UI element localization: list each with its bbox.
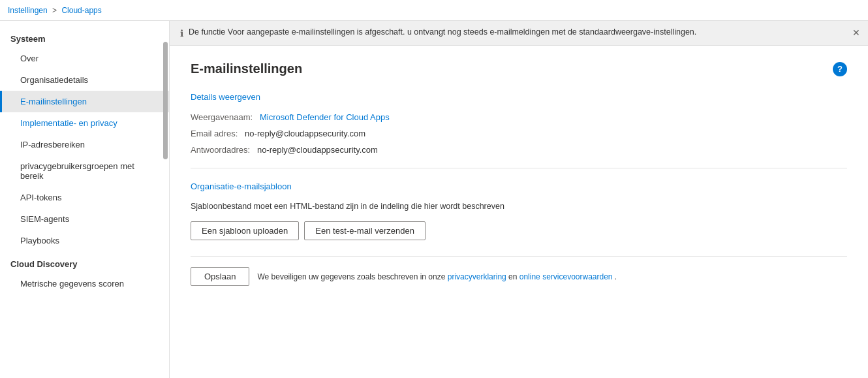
save-section: Opslaan We beveiligen uw gegevens zoals … bbox=[191, 256, 847, 286]
breadcrumb-instellingen[interactable]: Instellingen bbox=[8, 6, 48, 15]
sidebar-item-metrische-gegevens[interactable]: Metrische gegevens scoren bbox=[0, 273, 169, 294]
sidebar-item-api-tokens[interactable]: API-tokens bbox=[0, 187, 169, 208]
antwoordadres-value: no-reply@cloudappsecurity.com bbox=[257, 145, 378, 155]
help-icon[interactable]: ? bbox=[833, 62, 847, 76]
sidebar-item-privacygebruikersgroepen[interactable]: privacygebruikersgroepen met bereik bbox=[0, 155, 169, 187]
email-value: no-reply@cloudappsecurity.com bbox=[245, 129, 365, 138]
servicevoorwaarden-link[interactable]: online servicevoorwaarden bbox=[519, 272, 613, 281]
notice-banner: ℹ De functie Voor aangepaste e-mailinste… bbox=[170, 21, 868, 46]
org-email-desc-text: Sjabloonbestand moet een HTML-bestand zi… bbox=[191, 202, 504, 211]
test-email-button[interactable]: Een test-e-mail verzenden bbox=[304, 221, 426, 240]
save-info-text: We beveiligen uw gegevens zoals beschrev… bbox=[257, 272, 617, 281]
privacy-link[interactable]: privacyverklaring bbox=[448, 272, 506, 281]
org-email-desc: Sjabloonbestand moet een HTML-bestand zi… bbox=[191, 202, 847, 211]
info-icon: ℹ bbox=[180, 28, 183, 39]
org-email-label: Organisatie-e-mailsjabloon bbox=[191, 181, 847, 191]
sidebar-section-cloud-discovery: Cloud Discovery bbox=[0, 251, 169, 273]
detail-row-email: Email adres: no-reply@cloudappsecurity.c… bbox=[191, 129, 847, 138]
details-section-label: Details weergeven bbox=[191, 92, 847, 102]
sidebar-item-over[interactable]: Over bbox=[0, 48, 169, 69]
sidebar-item-siem-agents[interactable]: SIEM-agents bbox=[0, 208, 169, 230]
breadcrumb-separator-1: > bbox=[50, 6, 59, 15]
org-email-section: Organisatie-e-mailsjabloon Sjabloonbesta… bbox=[191, 181, 847, 240]
scroll-indicator bbox=[163, 42, 168, 159]
antwoordadres-label: Antwoordadres: bbox=[191, 145, 250, 155]
upload-sjabloon-button[interactable]: Een sjabloon uploaden bbox=[191, 221, 299, 240]
weergavenaam-label: Weergavenaam: bbox=[191, 112, 253, 122]
sidebar-item-organisatiedetails[interactable]: Organisatiedetails bbox=[0, 69, 169, 91]
email-label: Email adres: bbox=[191, 129, 238, 138]
sidebar-item-ip-adresbereiken[interactable]: IP-adresbereiken bbox=[0, 134, 169, 155]
detail-row-antwoordadres: Antwoordadres: no-reply@cloudappsecurity… bbox=[191, 145, 847, 155]
button-row: Een sjabloon uploaden Een test-e-mail ve… bbox=[191, 221, 847, 240]
detail-row-weergavenaam: Weergavenaam: Microsoft Defender for Clo… bbox=[191, 112, 847, 122]
page-content: E-mailinstellingen ? Details weergeven W… bbox=[170, 46, 868, 302]
sidebar-item-playbooks[interactable]: Playbooks bbox=[0, 230, 169, 251]
breadcrumb: Instellingen > Cloud-apps bbox=[0, 0, 868, 21]
weergavenaam-value: Microsoft Defender for Cloud Apps bbox=[260, 112, 390, 122]
breadcrumb-cloud-apps[interactable]: Cloud-apps bbox=[61, 6, 101, 15]
sidebar: Systeem Over Organisatiedetails E-mailin… bbox=[0, 21, 170, 378]
content-area: ℹ De functie Voor aangepaste e-mailinste… bbox=[170, 21, 868, 378]
sidebar-section-systeem: Systeem bbox=[0, 26, 169, 48]
sidebar-item-emailinstellingen[interactable]: E-mailinstellingen bbox=[0, 91, 169, 112]
divider-1 bbox=[191, 168, 847, 168]
save-button[interactable]: Opslaan bbox=[191, 267, 249, 286]
page-title-row: E-mailinstellingen ? bbox=[191, 61, 847, 76]
close-icon[interactable]: ✕ bbox=[852, 27, 860, 38]
sidebar-item-implementatie-privacy[interactable]: Implementatie- en privacy bbox=[0, 112, 169, 134]
page-title: E-mailinstellingen bbox=[191, 61, 302, 76]
notice-text: De functie Voor aangepaste e-mailinstell… bbox=[189, 27, 696, 37]
